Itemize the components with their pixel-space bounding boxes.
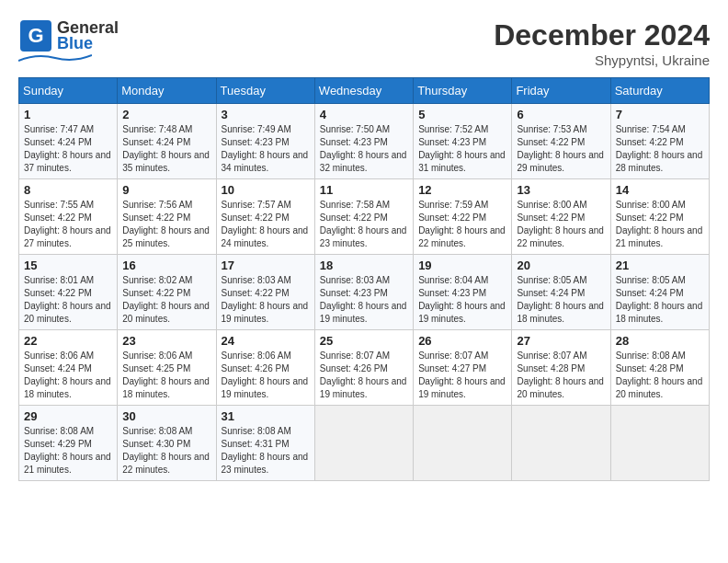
daylight-label: Daylight: 8 hours and 19 minutes.	[320, 376, 407, 399]
sunrise-label: Sunrise: 8:05 AM	[517, 275, 586, 285]
day-number: 7	[616, 108, 704, 121]
calendar-cell: 13 Sunrise: 8:00 AM Sunset: 4:22 PM Dayl…	[512, 179, 610, 255]
sunrise-label: Sunrise: 8:06 AM	[222, 350, 291, 361]
day-number: 14	[616, 183, 704, 197]
calendar-cell: 27 Sunrise: 8:07 AM Sunset: 4:28 PM Dayl…	[512, 330, 610, 406]
day-number: 29	[24, 409, 112, 423]
sunrise-label: Sunrise: 7:49 AM	[222, 124, 291, 134]
calendar-cell: 24 Sunrise: 8:06 AM Sunset: 4:26 PM Dayl…	[216, 330, 314, 406]
daylight-label: Daylight: 8 hours and 19 minutes.	[222, 301, 309, 324]
day-header-sunday: Sunday	[19, 78, 118, 104]
daylight-label: Daylight: 8 hours and 21 minutes.	[24, 452, 111, 475]
sunrise-label: Sunrise: 8:02 AM	[122, 275, 192, 285]
sunrise-label: Sunrise: 8:08 AM	[24, 426, 94, 436]
calendar-cell: 2 Sunrise: 7:48 AM Sunset: 4:24 PM Dayli…	[118, 104, 216, 179]
daylight-label: Daylight: 8 hours and 20 minutes.	[122, 301, 210, 324]
sunrise-label: Sunrise: 8:05 AM	[616, 275, 686, 285]
calendar-cell: 31 Sunrise: 8:08 AM Sunset: 4:31 PM Dayl…	[216, 406, 314, 481]
daylight-label: Daylight: 8 hours and 21 minutes.	[616, 225, 703, 248]
daylight-label: Daylight: 8 hours and 31 minutes.	[418, 150, 506, 173]
day-info: Sunrise: 8:06 AM Sunset: 4:26 PM Dayligh…	[222, 350, 310, 401]
day-number: 15	[24, 259, 112, 272]
calendar-cell: 3 Sunrise: 7:49 AM Sunset: 4:23 PM Dayli…	[216, 104, 314, 179]
day-info: Sunrise: 7:52 AM Sunset: 4:23 PM Dayligh…	[418, 123, 506, 175]
day-info: Sunrise: 8:00 AM Sunset: 4:22 PM Dayligh…	[517, 199, 605, 250]
day-number: 4	[320, 108, 408, 121]
sunset-label: Sunset: 4:22 PM	[517, 137, 585, 147]
sunrise-label: Sunrise: 8:06 AM	[24, 350, 94, 361]
day-header-thursday: Thursday	[414, 78, 512, 104]
calendar-cell: 22 Sunrise: 8:06 AM Sunset: 4:24 PM Dayl…	[19, 330, 118, 406]
day-number: 11	[320, 183, 408, 197]
sunrise-label: Sunrise: 7:52 AM	[418, 124, 488, 134]
daylight-label: Daylight: 8 hours and 18 minutes.	[616, 301, 703, 324]
sunrise-label: Sunrise: 8:06 AM	[122, 350, 192, 361]
day-number: 10	[222, 183, 310, 197]
day-info: Sunrise: 8:08 AM Sunset: 4:30 PM Dayligh…	[122, 425, 210, 477]
calendar-cell: 30 Sunrise: 8:08 AM Sunset: 4:30 PM Dayl…	[118, 406, 216, 481]
sunset-label: Sunset: 4:29 PM	[24, 439, 92, 449]
day-number: 21	[616, 259, 704, 272]
sunset-label: Sunset: 4:25 PM	[122, 363, 190, 373]
calendar-header: SundayMondayTuesdayWednesdayThursdayFrid…	[19, 78, 710, 104]
sunrise-label: Sunrise: 8:07 AM	[517, 350, 586, 361]
day-number: 22	[24, 334, 112, 348]
sunset-label: Sunset: 4:24 PM	[517, 288, 585, 298]
sunset-label: Sunset: 4:22 PM	[616, 137, 684, 147]
sunrise-label: Sunrise: 8:00 AM	[616, 200, 686, 210]
calendar-week-1: 1 Sunrise: 7:47 AM Sunset: 4:24 PM Dayli…	[19, 104, 710, 179]
sunset-label: Sunset: 4:22 PM	[320, 213, 388, 223]
day-number: 9	[122, 183, 210, 197]
daylight-label: Daylight: 8 hours and 19 minutes.	[418, 376, 506, 399]
calendar-week-3: 15 Sunrise: 8:01 AM Sunset: 4:22 PM Dayl…	[19, 255, 710, 330]
sunset-label: Sunset: 4:23 PM	[418, 137, 486, 147]
sunrise-label: Sunrise: 8:08 AM	[616, 350, 686, 361]
calendar-cell: 6 Sunrise: 7:53 AM Sunset: 4:22 PM Dayli…	[512, 104, 610, 179]
logo: G General Blue	[18, 18, 119, 63]
day-header-tuesday: Tuesday	[216, 78, 314, 104]
calendar-cell: 1 Sunrise: 7:47 AM Sunset: 4:24 PM Dayli…	[19, 104, 118, 179]
month-title: December 2024	[494, 18, 710, 52]
daylight-label: Daylight: 8 hours and 29 minutes.	[517, 150, 604, 173]
sunrise-label: Sunrise: 8:04 AM	[418, 275, 488, 285]
day-number: 8	[24, 183, 112, 197]
day-number: 24	[222, 334, 310, 348]
daylight-label: Daylight: 8 hours and 37 minutes.	[24, 150, 111, 173]
calendar-cell	[512, 406, 610, 481]
daylight-label: Daylight: 8 hours and 18 minutes.	[122, 376, 210, 399]
logo-wave	[18, 53, 92, 63]
sunset-label: Sunset: 4:23 PM	[320, 288, 388, 298]
sunrise-label: Sunrise: 7:55 AM	[24, 200, 94, 210]
calendar-cell: 20 Sunrise: 8:05 AM Sunset: 4:24 PM Dayl…	[512, 255, 610, 330]
day-info: Sunrise: 7:54 AM Sunset: 4:22 PM Dayligh…	[616, 123, 704, 175]
sunrise-label: Sunrise: 8:03 AM	[222, 275, 291, 285]
daylight-label: Daylight: 8 hours and 35 minutes.	[122, 150, 210, 173]
sunrise-label: Sunrise: 7:50 AM	[320, 124, 390, 134]
sunset-label: Sunset: 4:22 PM	[222, 213, 290, 223]
calendar-cell: 29 Sunrise: 8:08 AM Sunset: 4:29 PM Dayl…	[19, 406, 118, 481]
day-number: 18	[320, 259, 408, 272]
daylight-label: Daylight: 8 hours and 18 minutes.	[517, 301, 604, 324]
day-header-monday: Monday	[118, 78, 216, 104]
day-number: 27	[517, 334, 605, 348]
daylight-label: Daylight: 8 hours and 23 minutes.	[320, 225, 407, 248]
calendar-cell: 9 Sunrise: 7:56 AM Sunset: 4:22 PM Dayli…	[118, 179, 216, 255]
calendar-cell: 19 Sunrise: 8:04 AM Sunset: 4:23 PM Dayl…	[414, 255, 512, 330]
day-info: Sunrise: 7:48 AM Sunset: 4:24 PM Dayligh…	[122, 123, 210, 175]
calendar-cell: 18 Sunrise: 8:03 AM Sunset: 4:23 PM Dayl…	[314, 255, 413, 330]
daylight-label: Daylight: 8 hours and 19 minutes.	[418, 301, 506, 324]
day-info: Sunrise: 8:05 AM Sunset: 4:24 PM Dayligh…	[517, 274, 605, 326]
sunset-label: Sunset: 4:24 PM	[24, 363, 92, 373]
day-info: Sunrise: 7:59 AM Sunset: 4:22 PM Dayligh…	[418, 199, 506, 250]
day-info: Sunrise: 7:50 AM Sunset: 4:23 PM Dayligh…	[320, 123, 408, 175]
daylight-label: Daylight: 8 hours and 22 minutes.	[122, 452, 210, 475]
calendar-cell: 15 Sunrise: 8:01 AM Sunset: 4:22 PM Dayl…	[19, 255, 118, 330]
calendar-cell: 28 Sunrise: 8:08 AM Sunset: 4:28 PM Dayl…	[610, 330, 709, 406]
logo-icon: G	[18, 18, 53, 53]
daylight-label: Daylight: 8 hours and 25 minutes.	[122, 225, 210, 248]
calendar-cell: 8 Sunrise: 7:55 AM Sunset: 4:22 PM Dayli…	[19, 179, 118, 255]
calendar-cell	[414, 406, 512, 481]
sunset-label: Sunset: 4:26 PM	[222, 363, 290, 373]
sunrise-label: Sunrise: 7:53 AM	[517, 124, 586, 134]
day-number: 23	[122, 334, 210, 348]
